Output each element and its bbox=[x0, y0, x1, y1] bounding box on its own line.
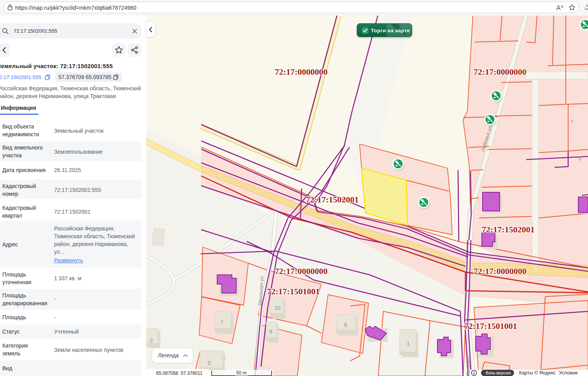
svg-text:1: 1 bbox=[407, 341, 410, 347]
svg-text:10: 10 bbox=[274, 305, 281, 311]
svg-text:72:17:1501001: 72:17:1501001 bbox=[267, 286, 320, 296]
svg-text:8: 8 bbox=[269, 329, 272, 335]
svg-text:5: 5 bbox=[442, 344, 445, 350]
svg-text:5: 5 bbox=[578, 155, 581, 162]
svg-text:2: 2 bbox=[490, 235, 493, 242]
svg-text:2: 2 bbox=[150, 337, 153, 344]
svg-text:7: 7 bbox=[220, 319, 223, 325]
svg-text:3: 3 bbox=[376, 331, 379, 337]
svg-text:4: 4 bbox=[488, 198, 491, 204]
svg-text:72:17:1502001: 72:17:1502001 bbox=[306, 195, 359, 204]
svg-text:72:17:0000000: 72:17:0000000 bbox=[275, 266, 328, 276]
svg-text:5: 5 bbox=[344, 322, 347, 328]
svg-text:9: 9 bbox=[228, 286, 231, 292]
svg-text:72:17:0000000: 72:17:0000000 bbox=[474, 266, 527, 276]
svg-text:3: 3 bbox=[584, 203, 588, 209]
svg-text:72:17:1502001: 72:17:1502001 bbox=[482, 225, 535, 234]
svg-text:72:17:0000000: 72:17:0000000 bbox=[474, 67, 527, 77]
svg-text:8: 8 bbox=[487, 344, 490, 350]
svg-text:5: 5 bbox=[208, 360, 211, 366]
svg-text:72:17:0000000: 72:17:0000000 bbox=[275, 67, 328, 77]
svg-text:72:17:1501001: 72:17:1501001 bbox=[464, 321, 517, 331]
svg-text:7: 7 bbox=[570, 119, 574, 125]
